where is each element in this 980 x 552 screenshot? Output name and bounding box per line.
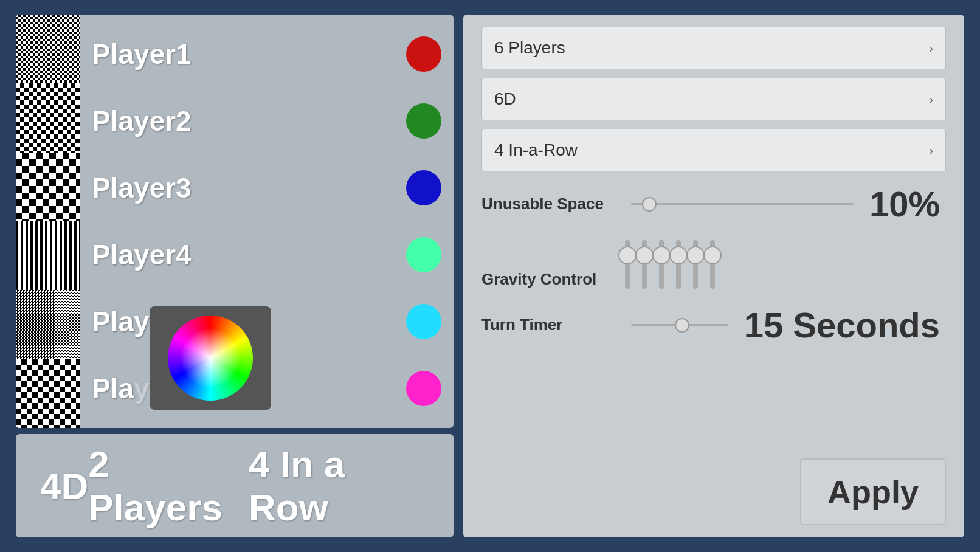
pattern-block-5 xyxy=(16,290,80,359)
player-count-value: 6 Players xyxy=(494,38,565,58)
gravity-thumb-3[interactable] xyxy=(652,246,671,264)
player6-color[interactable] xyxy=(406,371,441,406)
chevron-down-icon-2: › xyxy=(929,92,933,106)
unusable-space-thumb[interactable] xyxy=(642,197,657,212)
apply-button[interactable]: Apply xyxy=(800,458,946,525)
dimension-value: 6D xyxy=(494,89,516,109)
unusable-space-label: Unusable Space xyxy=(481,195,615,213)
pattern-block-6 xyxy=(16,359,80,428)
gravity-track-1 xyxy=(625,240,630,289)
player1-color[interactable] xyxy=(406,36,441,72)
color-wheel[interactable] xyxy=(168,316,253,401)
player5-color[interactable] xyxy=(406,304,441,339)
player2-color[interactable] xyxy=(406,103,441,139)
pattern-block-1 xyxy=(16,15,80,83)
player-panel: Player1 Player2 Player3 Player4 Player5 xyxy=(16,15,454,428)
gravity-sliders xyxy=(625,240,946,289)
gravity-track-4 xyxy=(676,240,681,289)
gravity-slider-5[interactable] xyxy=(693,240,698,289)
player4-name: Player4 xyxy=(92,238,192,271)
gravity-track-2 xyxy=(642,240,647,289)
pattern-strip xyxy=(16,15,80,428)
player-row-2: Player2 xyxy=(92,103,441,139)
gravity-control-row: Gravity Control xyxy=(481,236,946,292)
chevron-down-icon-3: › xyxy=(929,143,933,157)
player4-color[interactable] xyxy=(406,237,441,272)
gravity-track-6 xyxy=(710,240,715,289)
gravity-slider-1[interactable] xyxy=(625,240,630,289)
chevron-down-icon: › xyxy=(929,41,933,55)
gravity-track-3 xyxy=(659,240,664,289)
turn-timer-row: Turn Timer 15 Seconds xyxy=(481,301,946,349)
player3-color[interactable] xyxy=(406,170,441,205)
pattern-block-2 xyxy=(16,83,80,152)
gravity-thumb-5[interactable] xyxy=(686,246,705,264)
unusable-space-value: 10% xyxy=(869,184,940,224)
right-panel: 6 Players › 6D › 4 In-a-Row › Unusable S… xyxy=(463,15,964,537)
left-panel: Player1 Player2 Player3 Player4 Player5 xyxy=(16,15,454,537)
dimension-label: 4D xyxy=(40,464,88,508)
turn-timer-label: Turn Timer xyxy=(481,316,615,334)
players-label: 2 Players xyxy=(88,443,249,529)
gravity-thumb-2[interactable] xyxy=(635,246,654,264)
player-row-1: Player1 xyxy=(92,36,441,72)
gravity-slider-3[interactable] xyxy=(659,240,664,289)
gravity-track-5 xyxy=(693,240,698,289)
turn-timer-value: 15 Seconds xyxy=(744,305,940,345)
pattern-block-3 xyxy=(16,153,80,221)
main-container: Player1 Player2 Player3 Player4 Player5 xyxy=(16,15,964,537)
gravity-slider-6[interactable] xyxy=(710,240,715,289)
unusable-space-row: Unusable Space 10% xyxy=(481,180,946,228)
spacer xyxy=(481,357,946,450)
mode-label: 4 In a Row xyxy=(249,443,429,529)
player3-name: Player3 xyxy=(92,171,192,204)
color-picker-popup[interactable] xyxy=(150,306,271,410)
apply-label: Apply xyxy=(827,473,919,511)
turn-timer-slider[interactable] xyxy=(631,324,728,326)
player2-name: Player2 xyxy=(92,105,192,137)
player1-name: Player1 xyxy=(92,38,192,71)
player-row-3: Player3 xyxy=(92,170,441,205)
player-row-4: Player4 xyxy=(92,237,441,272)
mode-dropdown[interactable]: 4 In-a-Row › xyxy=(481,129,946,171)
gravity-slider-2[interactable] xyxy=(642,240,647,289)
gravity-thumb-4[interactable] xyxy=(669,246,688,264)
turn-timer-thumb[interactable] xyxy=(675,318,689,333)
unusable-space-slider[interactable] xyxy=(631,203,854,205)
gravity-thumb-1[interactable] xyxy=(618,246,637,264)
bottom-left-panel: 4D 2 Players 4 In a Row xyxy=(16,434,454,537)
pattern-block-4 xyxy=(16,221,80,290)
dimension-dropdown[interactable]: 6D › xyxy=(481,78,946,120)
gravity-thumb-6[interactable] xyxy=(703,246,722,264)
gravity-control-label: Gravity Control xyxy=(481,270,615,289)
mode-value: 4 In-a-Row xyxy=(494,140,578,160)
player-count-dropdown[interactable]: 6 Players › xyxy=(481,27,946,69)
gravity-slider-4[interactable] xyxy=(676,240,681,289)
